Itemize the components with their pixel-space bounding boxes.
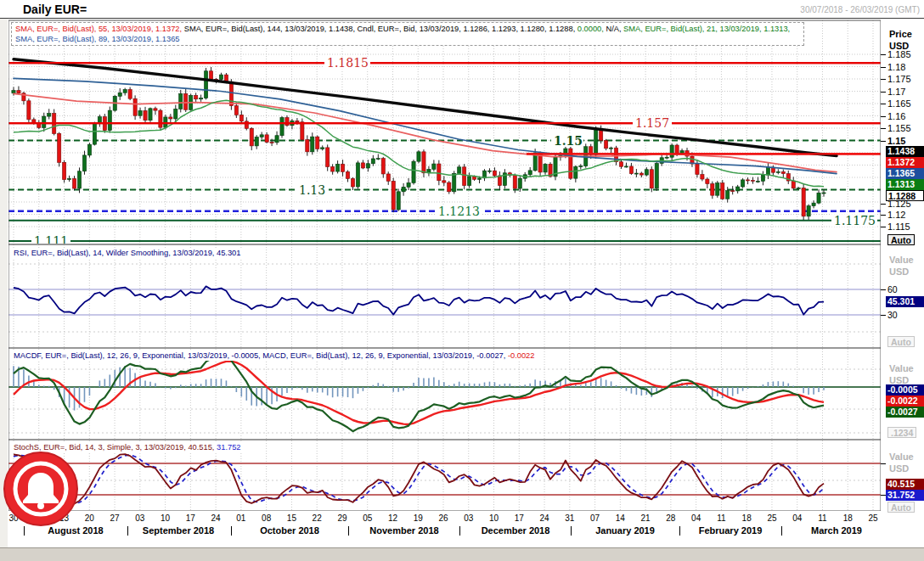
bottom-frame xyxy=(0,547,924,561)
chart-application-window: Daily EUR= 30/07/2018 - 26/03/2019 (GMT)… xyxy=(0,0,924,561)
day-tick-label: 14 xyxy=(610,513,630,523)
day-tick-label: 27 xyxy=(104,513,125,523)
macd-badge: -0.0005 xyxy=(886,384,924,396)
price-tick-label: 1.115 xyxy=(887,222,910,232)
month-label: January 2019 xyxy=(595,525,655,536)
rsi-tick-mark xyxy=(881,289,886,290)
day-tick-label: 22 xyxy=(307,513,327,523)
month-separator xyxy=(781,526,782,536)
svg-text:1.1175: 1.1175 xyxy=(834,214,876,227)
price-tick-label: 1.165 xyxy=(887,98,911,109)
day-tick-label: 26 xyxy=(433,513,454,523)
main-legend-row1: SMA, EUR=, Bid(Last), 55, 13/03/2019, 1.… xyxy=(15,24,800,34)
day-tick-label: 20 xyxy=(79,513,99,523)
day-tick-label: 12 xyxy=(382,513,403,523)
month-label: February 2019 xyxy=(699,525,763,536)
svg-text:1.15: 1.15 xyxy=(554,134,583,148)
main-legend-row2: SMA, EUR=, Bid(Last), 89, 13/03/2019, 1.… xyxy=(15,34,800,44)
svg-text:1.1213: 1.1213 xyxy=(438,205,480,218)
day-tick-label: 28 xyxy=(661,513,681,523)
day-tick-label: 24 xyxy=(206,513,226,523)
chart-plot-area[interactable]: 1.18151.1571.151.131.12131.11751.111 xyxy=(8,19,881,511)
price-tick-mark xyxy=(881,54,886,55)
axis-header: USD xyxy=(889,463,909,474)
bell-icon xyxy=(2,450,80,528)
rsi-badge: 45.301 xyxy=(886,296,924,307)
price-tick-label: 1.185 xyxy=(887,49,911,59)
rsi-legend[interactable]: RSI, EUR=, Bid(Last), 14, Wilder Smoothi… xyxy=(11,248,243,258)
month-separator xyxy=(348,526,349,536)
day-tick-label: 31 xyxy=(560,513,580,523)
stoch-tick-mark xyxy=(881,495,886,496)
stoch-badge: 40.515 xyxy=(886,479,924,490)
price-tick-mark xyxy=(881,104,886,104)
price-badge: 1.1372 xyxy=(886,157,924,168)
day-tick-label: 29 xyxy=(332,513,352,523)
price-tick-mark xyxy=(881,141,886,142)
price-tick-label: 1.16 xyxy=(887,111,905,121)
day-tick-label: 21 xyxy=(635,513,656,523)
day-tick-label: 10 xyxy=(155,513,176,523)
day-tick-label: 08 xyxy=(256,513,277,523)
month-label: September 2018 xyxy=(143,525,214,536)
month-separator xyxy=(459,526,460,536)
axis-header: Price xyxy=(889,29,912,39)
price-tick-mark xyxy=(881,79,886,80)
month-separator xyxy=(679,526,680,536)
day-tick-label: 04 xyxy=(787,513,808,523)
day-tick-label: 18 xyxy=(736,513,757,523)
month-label: March 2019 xyxy=(811,525,862,536)
value-axis-column[interactable]: PriceUSD1.1851.181.1751.171.1651.161.155… xyxy=(881,19,924,545)
day-tick-label: 25 xyxy=(762,513,782,523)
price-badge: 1.1288 xyxy=(886,190,924,201)
price-tick-label: 1.175 xyxy=(887,74,911,84)
price-tick-mark xyxy=(881,67,886,68)
legend-segment: -0.0022 xyxy=(505,351,534,360)
price-badge: 1.1365 xyxy=(886,168,924,179)
price-tick-mark xyxy=(881,128,886,129)
day-tick-label: 11 xyxy=(812,513,832,523)
rsi-tick-mark xyxy=(881,315,886,316)
price-tick-label: 1.17 xyxy=(887,87,905,97)
legend-segment: SMA, EUR=, Bid(Last), 55, 13/03/2019, 1.… xyxy=(15,25,182,33)
legend-segment: RSI, EUR=, Bid(Last), 14, Wilder Smoothi… xyxy=(14,249,240,257)
stoch-badge: 31.752 xyxy=(886,490,924,501)
svg-text:1.13: 1.13 xyxy=(299,183,325,197)
axis-header: Value xyxy=(889,452,914,462)
main-legend[interactable]: SMA, EUR=, Bid(Last), 55, 13/03/2019, 1.… xyxy=(11,22,804,46)
day-tick-label: 01 xyxy=(231,513,251,523)
price-tick-label: 1.15 xyxy=(887,136,905,146)
date-range-label: 30/07/2018 - 26/03/2019 (GMT) xyxy=(800,5,920,14)
macd-badge: -0.0027 xyxy=(886,407,924,418)
day-tick-label: 03 xyxy=(459,513,479,523)
day-tick-label: 10 xyxy=(484,513,504,523)
svg-text:1.1815: 1.1815 xyxy=(327,56,369,70)
stoch-tick-mark xyxy=(881,463,886,464)
price-badge: 1.1313 xyxy=(886,179,924,190)
month-separator xyxy=(571,526,572,536)
stoch-axis-auto-button: Auto xyxy=(887,502,915,513)
day-tick-label: 18 xyxy=(837,513,858,523)
title-bar: Daily EUR= 30/07/2018 - 26/03/2019 (GMT) xyxy=(0,0,924,19)
day-tick-label: 05 xyxy=(358,513,378,523)
price-axis-auto-button[interactable]: Auto xyxy=(887,234,915,245)
price-badge: 1.1438 xyxy=(886,146,924,157)
price-tick-mark xyxy=(881,116,886,117)
legend-segment: MACDF, EUR=, Bid(Last), 12, 26, 9, Expon… xyxy=(14,351,505,360)
day-tick-label: 07 xyxy=(585,513,606,523)
alert-bell-button[interactable] xyxy=(2,450,80,528)
day-tick-label: 17 xyxy=(509,513,529,523)
macd-axis-scale-button: .1234 xyxy=(887,427,916,438)
day-tick-label: 15 xyxy=(281,513,301,523)
rsi-tick-label: 60 xyxy=(887,284,898,295)
day-tick-label: 24 xyxy=(534,513,555,523)
price-tick-mark xyxy=(881,92,886,93)
legend-segment: SMA, EUR=, Bid(Last), 144, 13/03/2019, 1… xyxy=(182,25,575,33)
day-tick-label: 17 xyxy=(180,513,200,523)
rsi-axis-auto-button: Auto xyxy=(887,336,915,347)
month-label: October 2018 xyxy=(260,525,319,536)
month-label: December 2018 xyxy=(482,525,550,536)
price-tick-mark xyxy=(881,215,886,216)
macd-legend[interactable]: MACDF, EUR=, Bid(Last), 12, 26, 9, Expon… xyxy=(11,351,537,361)
month-separator xyxy=(231,526,232,536)
